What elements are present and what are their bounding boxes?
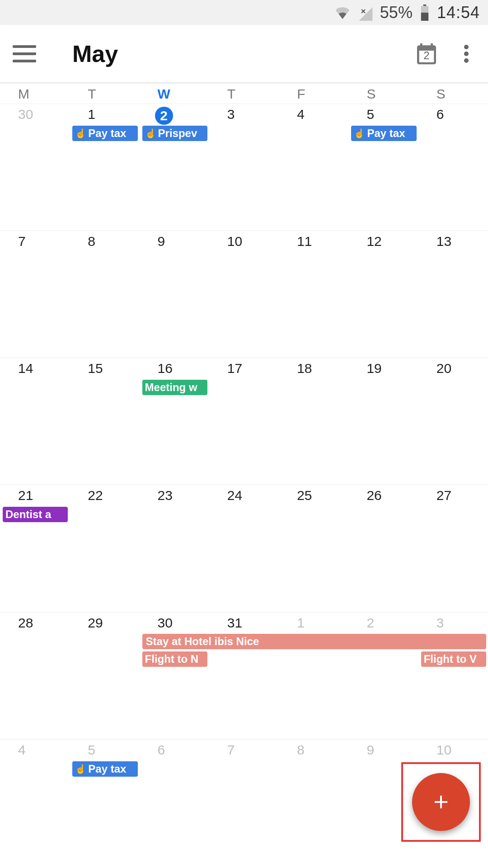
fab-highlight-frame [401, 762, 481, 842]
calendar-cell[interactable]: 8 [279, 739, 348, 866]
reminder-icon: ☝ [145, 129, 156, 138]
overflow-menu-icon[interactable] [457, 43, 475, 65]
calendar-cell[interactable]: 27 [418, 485, 488, 612]
calendar-cell[interactable]: 8 [70, 231, 139, 358]
event-chip[interactable]: ☝Pay tax [72, 761, 137, 777]
add-event-button[interactable] [412, 773, 470, 831]
calendar-cell[interactable]: 24 [209, 485, 279, 612]
event-chip[interactable]: ☝Prispev [142, 126, 207, 141]
event-chip[interactable]: Flight to V [421, 651, 486, 667]
calendar-cell[interactable]: 23 [140, 485, 209, 612]
calendar-cell[interactable]: 11 [279, 231, 348, 358]
calendar-cell[interactable]: 12 [348, 231, 418, 358]
calendar-cell[interactable]: 26 [348, 485, 418, 612]
calendar-cell[interactable]: 5☝Pay tax [348, 104, 418, 231]
calendar-cell[interactable]: 13 [418, 231, 488, 358]
date-number: 1 [279, 615, 348, 631]
calendar-cell[interactable]: 16Meeting w [140, 358, 209, 485]
date-number: 18 [279, 361, 348, 376]
calendar-cell[interactable]: 17 [209, 358, 279, 485]
event-label: Pay tax [88, 761, 126, 777]
calendar-cell[interactable]: 7 [0, 231, 70, 358]
svg-text:×: × [361, 7, 366, 16]
date-number: 5 [70, 742, 139, 758]
calendar-cell[interactable]: 21Dentist a [0, 485, 70, 612]
calendar-cell[interactable]: 6 [140, 739, 209, 866]
calendar-cell[interactable]: 1 [279, 612, 348, 739]
date-number: 10 [209, 234, 279, 249]
date-number: 11 [279, 234, 348, 249]
event-chip[interactable]: ☝Pay tax [72, 126, 137, 141]
reminder-icon: ☝ [354, 129, 365, 138]
calendar-cell[interactable]: 9 [140, 231, 209, 358]
date-number: 30 [140, 615, 209, 631]
event-label: Prispev [158, 126, 197, 141]
calendar-cell[interactable]: 19 [348, 358, 418, 485]
calendar-cell[interactable]: 30 [0, 104, 70, 231]
date-number: 8 [279, 742, 348, 758]
calendar-cell[interactable]: 30Flight to N [140, 612, 209, 739]
event-chip-multi[interactable]: Stay at Hotel ibis Nice [142, 634, 486, 649]
date-number: 21 [0, 488, 70, 503]
weekday-label: S [418, 86, 488, 102]
date-number: 24 [209, 488, 279, 503]
today-date-number: 2 [414, 49, 439, 62]
date-number: 10 [418, 742, 488, 758]
weekday-label: T [70, 86, 139, 102]
event-label: Meeting w [145, 380, 197, 395]
wifi-icon [335, 6, 350, 19]
cell-signal-icon: × [357, 4, 373, 21]
menu-icon[interactable] [13, 45, 36, 62]
calendar-cell[interactable]: 3Flight to V [418, 612, 488, 739]
calendar-cell[interactable]: 5☝Pay tax [70, 739, 139, 866]
calendar-cell[interactable]: 6 [418, 104, 488, 231]
event-label: Pay tax [88, 126, 126, 141]
page-title[interactable]: May [72, 40, 118, 67]
calendar-cell[interactable]: 18 [279, 358, 348, 485]
event-label: Flight to V [424, 651, 477, 667]
calendar-cell[interactable]: 2 [348, 612, 418, 739]
calendar-cell[interactable]: 20 [418, 358, 488, 485]
date-number: 20 [418, 361, 488, 376]
calendar-cell[interactable]: 15 [70, 358, 139, 485]
date-number: 19 [348, 361, 418, 376]
calendar-cell[interactable]: 28 [0, 612, 70, 739]
calendar-grid: 301☝Pay tax2☝Prispev345☝Pay tax678910111… [0, 104, 488, 866]
event-chip[interactable]: ☝Pay tax [351, 126, 416, 141]
battery-percent: 55% [380, 3, 413, 22]
weekday-label: F [279, 86, 348, 102]
calendar-cell[interactable]: 31 [209, 612, 279, 739]
battery-icon [420, 5, 430, 21]
date-number: 23 [140, 488, 209, 503]
date-number: 8 [70, 234, 139, 249]
calendar-cell[interactable]: 29 [70, 612, 139, 739]
calendar-cell[interactable]: 25 [279, 485, 348, 612]
date-number: 17 [209, 361, 279, 376]
date-number: 4 [0, 742, 70, 758]
calendar-cell[interactable]: 4 [0, 739, 70, 866]
calendar-cell[interactable]: 1☝Pay tax [70, 104, 139, 231]
date-number: 29 [70, 615, 139, 631]
event-chip[interactable]: Dentist a [3, 507, 68, 522]
date-number: 6 [140, 742, 209, 758]
reminder-icon: ☝ [75, 129, 86, 138]
today-button[interactable]: 2 [414, 41, 439, 66]
date-number: 9 [348, 742, 418, 758]
date-number: 7 [0, 234, 70, 249]
calendar-cell[interactable]: 3 [209, 104, 279, 231]
calendar-cell[interactable]: 10 [209, 231, 279, 358]
calendar-cell[interactable]: 14 [0, 358, 70, 485]
date-number: 28 [0, 615, 70, 631]
date-number: 4 [279, 107, 348, 122]
app-bar: May 2 [0, 25, 488, 83]
weekday-label: M [0, 86, 70, 102]
event-chip[interactable]: Flight to N [142, 651, 207, 667]
calendar-cell[interactable]: 2☝Prispev [140, 104, 209, 231]
event-label: Flight to N [145, 651, 199, 667]
event-chip[interactable]: Meeting w [142, 380, 207, 395]
calendar-cell[interactable]: 4 [279, 104, 348, 231]
date-number: 13 [418, 234, 488, 249]
calendar-cell[interactable]: 22 [70, 485, 139, 612]
date-number: 7 [209, 742, 279, 758]
calendar-cell[interactable]: 7 [209, 739, 279, 866]
